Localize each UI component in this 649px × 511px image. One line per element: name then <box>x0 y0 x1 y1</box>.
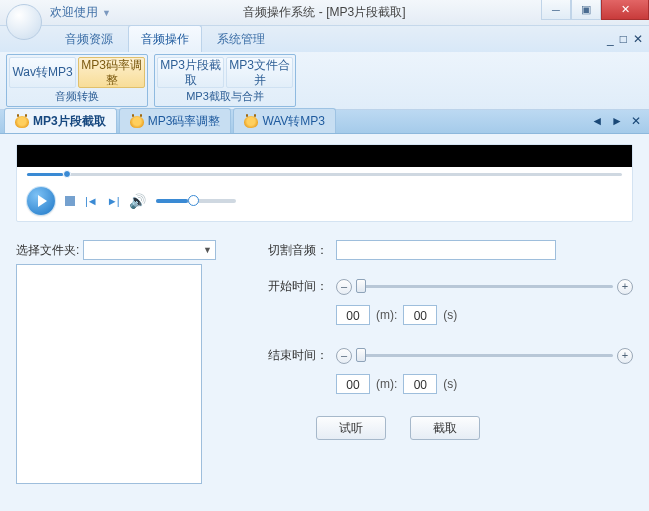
chevron-down-icon: ▼ <box>203 245 212 255</box>
doc-tabs-close-button[interactable]: ✕ <box>629 114 643 128</box>
end-minus-button[interactable]: – <box>336 348 352 364</box>
audio-file-icon <box>244 116 258 128</box>
seconds-unit-label: (s) <box>443 377 457 391</box>
cut-button[interactable]: 截取 <box>410 416 480 440</box>
player-display <box>17 145 632 167</box>
doc-tab-label: WAV转MP3 <box>262 113 325 130</box>
close-button[interactable]: ✕ <box>601 0 649 20</box>
end-seconds-input[interactable]: 00 <box>403 374 437 394</box>
doc-tab-wav-to-mp3[interactable]: WAV转MP3 <box>233 108 336 133</box>
doc-tab-label: MP3码率调整 <box>148 113 221 130</box>
play-icon <box>38 195 47 207</box>
volume-icon[interactable]: 🔊 <box>129 193 146 209</box>
minutes-unit-label: (m): <box>376 377 397 391</box>
audio-file-icon <box>130 116 144 128</box>
volume-slider[interactable] <box>156 199 236 203</box>
ribbon-mp3-bitrate-button[interactable]: MP3码率调整 <box>78 57 145 88</box>
end-plus-button[interactable]: + <box>617 348 633 364</box>
cut-audio-label: 切割音频： <box>256 242 328 259</box>
volume-thumb[interactable] <box>188 195 199 206</box>
ribbon-group-cut-merge-label: MP3截取与合并 <box>157 88 293 104</box>
start-plus-button[interactable]: + <box>617 279 633 295</box>
seek-thumb[interactable] <box>63 170 71 178</box>
doc-tab-mp3-cut[interactable]: MP3片段截取 <box>4 108 117 133</box>
menu-tab-system-manage[interactable]: 系统管理 <box>204 25 278 52</box>
window-title: 音频操作系统 - [MP3片段截取] <box>243 4 405 21</box>
ribbon-group-cut-merge: MP3片段截取 MP3文件合并 MP3截取与合并 <box>154 54 296 107</box>
slider-thumb[interactable] <box>356 279 366 293</box>
stop-button[interactable] <box>65 196 75 206</box>
doc-tabs-prev-button[interactable]: ◄ <box>589 114 605 128</box>
ribbon-mp3-cut-button[interactable]: MP3片段截取 <box>157 57 224 88</box>
next-track-button[interactable]: ►| <box>107 195 119 207</box>
audio-file-icon <box>15 116 29 128</box>
ribbon-mp3-merge-button[interactable]: MP3文件合并 <box>226 57 293 88</box>
ribbon-wav-to-mp3-button[interactable]: Wav转MP3 <box>9 57 76 88</box>
file-listbox[interactable] <box>16 264 202 484</box>
doc-tab-label: MP3片段截取 <box>33 113 106 130</box>
prev-track-button[interactable]: |◄ <box>85 195 97 207</box>
app-orb[interactable] <box>6 4 42 40</box>
menu-tab-audio-operation[interactable]: 音频操作 <box>128 25 202 52</box>
mdi-minimize-button[interactable]: _ <box>607 32 614 46</box>
start-minutes-input[interactable]: 00 <box>336 305 370 325</box>
mdi-close-button[interactable]: ✕ <box>633 32 643 46</box>
welcome-label: 欢迎使用 <box>50 4 98 21</box>
minimize-button[interactable]: ─ <box>541 0 571 20</box>
welcome-dropdown[interactable]: 欢迎使用 ▼ <box>50 4 111 21</box>
folder-label: 选择文件夹: <box>16 242 79 259</box>
seek-slider[interactable] <box>17 167 632 183</box>
slider-thumb[interactable] <box>356 348 366 362</box>
menu-tab-audio-resource[interactable]: 音频资源 <box>52 25 126 52</box>
start-minus-button[interactable]: – <box>336 279 352 295</box>
start-time-slider[interactable] <box>356 285 613 288</box>
ribbon-group-convert: Wav转MP3 MP3码率调整 音频转换 <box>6 54 148 107</box>
ribbon-group-convert-label: 音频转换 <box>9 88 145 104</box>
end-minutes-input[interactable]: 00 <box>336 374 370 394</box>
start-time-label: 开始时间： <box>256 278 328 295</box>
cut-audio-input[interactable] <box>336 240 556 260</box>
folder-combobox[interactable]: ▼ <box>83 240 216 260</box>
play-button[interactable] <box>27 187 55 215</box>
end-time-label: 结束时间： <box>256 347 328 364</box>
mdi-restore-button[interactable]: □ <box>620 32 627 46</box>
preview-button[interactable]: 试听 <box>316 416 386 440</box>
seconds-unit-label: (s) <box>443 308 457 322</box>
start-seconds-input[interactable]: 00 <box>403 305 437 325</box>
end-time-slider[interactable] <box>356 354 613 357</box>
minutes-unit-label: (m): <box>376 308 397 322</box>
chevron-down-icon: ▼ <box>102 8 111 18</box>
audio-player: |◄ ►| 🔊 <box>16 144 633 222</box>
doc-tabs-next-button[interactable]: ► <box>609 114 625 128</box>
maximize-button[interactable]: ▣ <box>571 0 601 20</box>
doc-tab-mp3-bitrate[interactable]: MP3码率调整 <box>119 108 232 133</box>
